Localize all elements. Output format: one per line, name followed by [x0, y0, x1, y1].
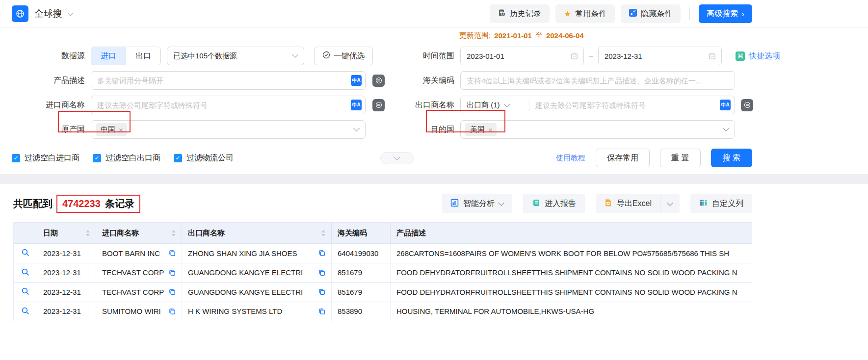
product-desc-label: 产品描述 — [12, 76, 91, 86]
quick-options-link[interactable]: ⌘ 快捷选项 — [736, 51, 780, 61]
date-end-input[interactable]: 2023-12-31 — [598, 47, 722, 65]
date-cell: 2023-12-31 — [37, 283, 96, 302]
remove-tag-icon[interactable]: × — [488, 126, 493, 134]
sort-control[interactable] — [82, 230, 90, 236]
exclude-filter-icon[interactable] — [741, 99, 753, 111]
collapse-icon — [629, 9, 637, 19]
circle-check-icon — [322, 51, 330, 61]
header-hs-code: 海关编码 — [332, 223, 391, 243]
search-icon — [21, 268, 29, 278]
tutorial-link[interactable]: 使用教程 — [556, 154, 585, 163]
dest-country-select[interactable]: 美国 × — [460, 120, 735, 139]
exclude-filter-icon[interactable] — [372, 75, 385, 87]
table-row: 2023-12-31 TECHVAST CORP GUANGDONG KANGY… — [14, 263, 752, 283]
favorites-button[interactable]: ★ 常用条件 — [555, 4, 615, 23]
table-row: 2023-12-31 SUMITOMO WIRI H K WIRING SYST… — [14, 302, 752, 322]
dest-country-tag: 美国 × — [465, 123, 497, 136]
remove-tag-icon[interactable]: × — [119, 126, 123, 134]
search-icon — [21, 307, 29, 316]
customize-columns-button[interactable]: 自定义列 — [690, 194, 752, 213]
section-divider — [0, 174, 868, 184]
tab-import[interactable]: 进口 — [91, 47, 126, 65]
page-title: 全球搜 — [34, 7, 62, 20]
export-options-button[interactable] — [660, 194, 680, 213]
export-excel-button[interactable]: 导出Excel — [596, 194, 660, 213]
filter-blank-exporter-checkbox[interactable]: ✓ 过滤空白出口商 — [93, 153, 160, 163]
copy-icon[interactable] — [315, 288, 325, 295]
hs-code-cell: 851679 — [332, 283, 391, 302]
date-cell: 2023-12-31 — [37, 244, 96, 263]
date-separator: – — [589, 51, 593, 60]
exporter-type-select[interactable]: 出口商 (1) — [461, 99, 529, 111]
bi-chart-icon — [450, 199, 459, 209]
product-desc-cell: 268CARTONS=1608PAIRS OF WOMEN'S WORK BOO… — [391, 244, 752, 263]
data-source-tabs: 进口 出口 — [91, 47, 161, 65]
product-desc-cell: FOOD DEHYDRATORFRUITROLLSHEETTHIS SHIPME… — [391, 283, 752, 302]
date-cell: 2023-12-31 — [37, 263, 96, 283]
importer-input[interactable] — [91, 96, 366, 114]
enter-report-button[interactable]: 进入报告 — [523, 194, 585, 213]
filter-blank-importer-checkbox[interactable]: ✓ 过滤空白进口商 — [12, 153, 79, 163]
advanced-search-button[interactable]: 高级搜索 › — [699, 4, 752, 23]
search-icon — [21, 248, 29, 258]
globe-logo-icon — [12, 5, 28, 22]
search-button[interactable]: 搜 索 — [711, 149, 752, 167]
data-source-select[interactable]: 已选中105个数据源 — [167, 47, 304, 65]
product-desc-input[interactable] — [91, 71, 366, 90]
importer-cell: TECHVAST CORP — [96, 283, 182, 302]
exporter-cell: H K WIRING SYSTEMS LTD — [182, 302, 332, 321]
copy-icon[interactable] — [165, 250, 176, 257]
divider — [689, 7, 690, 20]
row-detail-button[interactable] — [14, 244, 37, 263]
chevron-down-icon — [394, 154, 400, 160]
reset-button[interactable]: 重 置 — [660, 149, 700, 167]
star-icon: ★ — [564, 10, 571, 18]
hs-code-label: 海关编码 — [389, 76, 460, 86]
sort-control[interactable] — [168, 230, 176, 236]
row-detail-button[interactable] — [14, 283, 37, 302]
export-excel-group: 导出Excel — [596, 194, 680, 213]
translate-icon[interactable]: 中A — [351, 100, 362, 110]
topbar: 全球搜 历史记录 ★ 常用条件 隐藏条件 高级搜索 › — [0, 0, 868, 28]
exporter-input[interactable] — [529, 96, 735, 114]
hs-code-cell: 851679 — [332, 263, 391, 283]
exclude-filter-icon[interactable] — [372, 99, 385, 111]
search-icon — [21, 287, 29, 297]
history-button[interactable]: 历史记录 — [490, 4, 550, 23]
collapse-panel-button[interactable] — [380, 152, 414, 164]
origin-country-tag: 中国 × — [96, 123, 127, 136]
translate-icon[interactable]: 中A — [720, 100, 731, 110]
hs-code-input[interactable] — [460, 71, 735, 90]
row-detail-button[interactable] — [14, 263, 37, 283]
copy-icon[interactable] — [165, 308, 176, 315]
table-row: 2023-12-31 TECHVAST CORP GUANGDONG KANGY… — [14, 283, 752, 302]
calendar-icon — [571, 52, 578, 61]
annotation-box-count: 4742233 条记录 — [56, 195, 140, 213]
update-range: 更新范围: 2021-01-01 至 2024-06-04 — [459, 30, 868, 41]
origin-country-label: 原产国 — [12, 125, 91, 135]
chevron-down-icon — [723, 125, 729, 131]
filter-logistics-checkbox[interactable]: ✓ 过滤物流公司 — [174, 153, 234, 163]
tab-export[interactable]: 出口 — [126, 47, 160, 65]
smart-analysis-button[interactable]: 智能分析 — [442, 194, 512, 213]
chevron-down-icon[interactable] — [67, 10, 74, 16]
translate-icon[interactable]: 中A — [351, 75, 362, 86]
app-switcher[interactable]: 全球搜 — [12, 5, 73, 22]
arrow-right-icon: › — [741, 10, 744, 18]
copy-icon[interactable] — [315, 250, 325, 257]
copy-icon[interactable] — [315, 308, 325, 315]
hs-code-cell: 853890 — [332, 302, 391, 321]
copy-icon[interactable] — [165, 288, 176, 295]
row-detail-button[interactable] — [14, 302, 37, 321]
copy-icon[interactable] — [315, 269, 325, 276]
results-table: 日期 进口商名称 出口商名称 海关编码 产品描述 2023-12-31 — [13, 222, 752, 321]
date-start-input[interactable]: 2023-01-01 — [460, 47, 584, 65]
save-common-button[interactable]: 保存常用 — [596, 149, 650, 167]
one-click-optimize-button[interactable]: 一键优选 — [314, 47, 373, 65]
update-range-end: 2024-06-04 — [546, 31, 584, 40]
header-date: 日期 — [37, 223, 96, 243]
sort-control[interactable] — [317, 230, 325, 236]
copy-icon[interactable] — [165, 269, 176, 276]
origin-country-select[interactable]: 中国 × — [91, 120, 366, 139]
hide-conditions-button[interactable]: 隐藏条件 — [621, 4, 681, 23]
